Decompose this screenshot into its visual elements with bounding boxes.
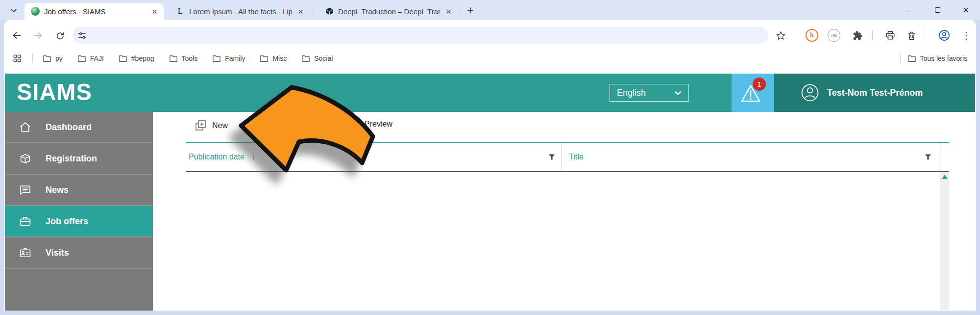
main-content: New Preview Publication date ↓ bbox=[153, 112, 975, 311]
bookmarks-separator bbox=[32, 54, 33, 63]
job-offers-grid: Publication date ↓ Title bbox=[186, 142, 949, 311]
bookmark-star-icon[interactable] bbox=[773, 27, 788, 43]
tab-deepl[interactable]: DeepL Traduction – DeepL Trans × bbox=[318, 3, 458, 20]
bookmark-label: Tools bbox=[182, 54, 198, 62]
all-favorites-button[interactable]: Tous les favoris bbox=[900, 54, 967, 63]
all-favorites-label: Tous les favoris bbox=[920, 54, 967, 62]
column-header-publication-date[interactable]: Publication date ↓ bbox=[186, 143, 562, 171]
sidebar-item-label: News bbox=[46, 185, 69, 195]
restore-icon bbox=[935, 7, 940, 13]
tab-lorem-ipsum[interactable]: L Lorem Ipsum - All the facts - Lip × bbox=[170, 3, 310, 20]
sidebar-item-label: Registration bbox=[46, 154, 97, 164]
site-settings-icon[interactable] bbox=[77, 31, 87, 40]
bookmark-folder-py[interactable]: py bbox=[43, 54, 63, 62]
sidebar-item-news[interactable]: News bbox=[5, 175, 153, 206]
close-window-button[interactable]: × bbox=[952, 0, 980, 20]
language-selector[interactable]: English bbox=[610, 84, 689, 102]
user-menu[interactable]: Test-Nom Test-Prénom bbox=[774, 74, 975, 112]
user-avatar-icon bbox=[801, 83, 819, 102]
delete-trash-icon[interactable] bbox=[904, 27, 919, 43]
filter-funnel-icon[interactable] bbox=[548, 154, 555, 160]
notifications-button[interactable]: 1 bbox=[732, 74, 774, 112]
sidebar-item-dashboard[interactable]: Dashboard bbox=[5, 112, 153, 143]
sidebar-nav: Dashboard Registration News Job offers V… bbox=[5, 112, 153, 311]
profile-avatar-icon[interactable] bbox=[936, 27, 952, 43]
print-button[interactable] bbox=[882, 27, 898, 43]
home-icon bbox=[19, 121, 32, 134]
reload-button[interactable] bbox=[52, 27, 68, 43]
bookmark-label: FAJI bbox=[90, 54, 104, 62]
bookmark-folder-bepog[interactable]: #bepog bbox=[119, 54, 154, 62]
minimize-icon bbox=[906, 10, 912, 10]
bookmark-label: Misc bbox=[272, 54, 287, 62]
sidebar-item-label: Visits bbox=[46, 248, 69, 258]
box-icon bbox=[19, 152, 32, 165]
app-body: Dashboard Registration News Job offers V… bbox=[5, 112, 975, 311]
lorem-ipsum-favicon-icon: L bbox=[176, 7, 185, 16]
bookmark-folder-social[interactable]: Social bbox=[301, 54, 333, 62]
new-button[interactable]: New bbox=[195, 120, 228, 131]
tab-separator bbox=[314, 6, 314, 14]
toolbar-separator bbox=[872, 30, 873, 40]
minimize-button[interactable] bbox=[895, 0, 923, 20]
tab-close-icon[interactable]: × bbox=[444, 7, 453, 16]
browser-menu-button[interactable]: ⋮ bbox=[958, 27, 974, 43]
language-value: English bbox=[617, 88, 646, 98]
tab-strip: Job offers - SIAMS × L Lorem Ipsum - All… bbox=[0, 0, 980, 20]
app-header: SIAMS English 1 Test-Nom Te bbox=[5, 74, 975, 112]
scroll-up-button[interactable] bbox=[940, 172, 949, 181]
sidebar-item-job-offers[interactable]: Job offers bbox=[5, 206, 153, 237]
sort-desc-icon[interactable]: ↓ bbox=[251, 152, 256, 162]
back-button[interactable] bbox=[9, 27, 24, 43]
close-icon: × bbox=[963, 5, 969, 15]
siams-favicon-icon bbox=[31, 7, 40, 16]
user-name: Test-Nom Test-Prénom bbox=[827, 88, 923, 98]
extensions-puzzle-icon[interactable] bbox=[850, 27, 865, 43]
add-document-icon bbox=[195, 120, 206, 131]
bookmark-folder-misc[interactable]: Misc bbox=[260, 54, 287, 62]
news-icon bbox=[19, 184, 32, 197]
address-bar-input[interactable] bbox=[91, 31, 768, 40]
extension-honey-icon[interactable]: h bbox=[804, 27, 820, 43]
tab-job-offers[interactable]: Job offers - SIAMS × bbox=[24, 3, 164, 20]
grid-header-scroll-spacer bbox=[940, 143, 949, 171]
restore-button[interactable] bbox=[923, 0, 952, 20]
tab-close-icon[interactable]: × bbox=[150, 7, 159, 16]
sidebar-item-label: Dashboard bbox=[46, 122, 92, 132]
tab-close-icon[interactable]: × bbox=[296, 7, 305, 16]
sidebar-item-registration[interactable]: Registration bbox=[5, 143, 153, 175]
window-controls: × bbox=[895, 0, 980, 20]
bookmark-folders: py FAJI #bepog Tools Family Misc Social bbox=[43, 54, 333, 62]
tab-search-chevron-icon[interactable] bbox=[7, 3, 21, 17]
filter-funnel-icon[interactable] bbox=[925, 154, 931, 160]
bookmark-folder-family[interactable]: Family bbox=[212, 54, 245, 62]
toolbar-separator bbox=[925, 30, 925, 40]
bookmark-label: py bbox=[55, 54, 63, 62]
grid-body-empty bbox=[186, 172, 949, 310]
bookmark-folder-tools[interactable]: Tools bbox=[169, 54, 198, 62]
eye-icon bbox=[348, 120, 359, 129]
bookmarks-bar: py FAJI #bepog Tools Family Misc Social … bbox=[4, 51, 976, 66]
bookmark-folder-faji[interactable]: FAJI bbox=[77, 54, 104, 62]
notification-badge: 1 bbox=[753, 78, 766, 91]
briefcase-icon bbox=[19, 215, 32, 228]
siams-logo[interactable]: SIAMS bbox=[17, 78, 92, 105]
vertical-scrollbar[interactable] bbox=[940, 172, 949, 310]
bookmark-label: Family bbox=[225, 54, 245, 62]
preview-button[interactable]: Preview bbox=[348, 120, 392, 129]
column-header-title[interactable]: Title bbox=[562, 143, 940, 171]
extension-rm-icon[interactable]: rM bbox=[826, 27, 842, 43]
address-bar[interactable] bbox=[73, 27, 768, 44]
apps-grid-icon[interactable] bbox=[10, 51, 24, 66]
tab-title: Job offers - SIAMS bbox=[44, 7, 146, 16]
grid-header-row: Publication date ↓ Title bbox=[186, 142, 949, 172]
bookmark-label: #bepog bbox=[131, 54, 154, 62]
browser-window: Job offers - SIAMS × L Lorem Ipsum - All… bbox=[0, 0, 980, 315]
deepl-favicon-icon bbox=[325, 7, 334, 16]
id-card-icon bbox=[19, 246, 32, 260]
tab-separator bbox=[460, 6, 460, 14]
sidebar-item-visits[interactable]: Visits bbox=[5, 237, 153, 269]
new-tab-button[interactable]: + bbox=[464, 3, 477, 17]
forward-button[interactable] bbox=[30, 27, 46, 43]
browser-chrome: h rM ⋮ bbox=[4, 20, 976, 311]
